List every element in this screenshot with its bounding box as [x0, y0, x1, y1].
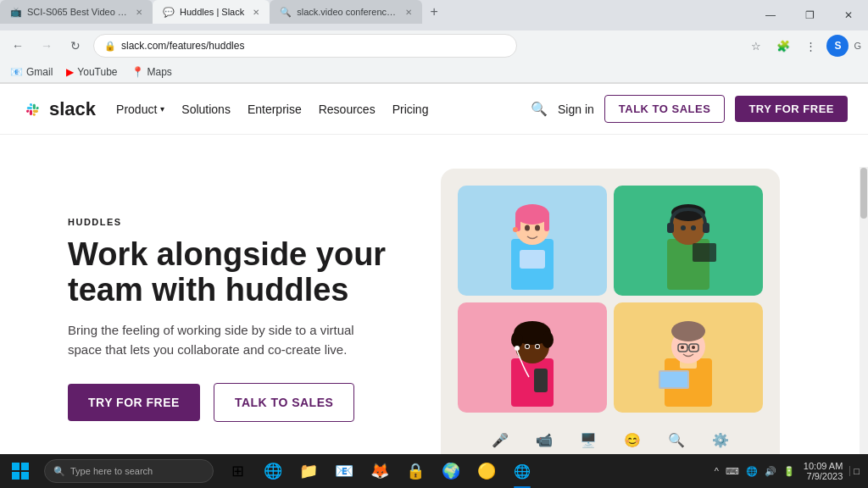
hero-try-free-button[interactable]: TRY FOR FREE: [68, 384, 200, 421]
taskbar: 🔍 Type here to search ⊞ 🌐 📁 📧 🦊 🔒 🌍 🟡 🌐 …: [0, 454, 868, 488]
hero-talk-to-sales-label: TALK TO SALES: [235, 396, 333, 409]
search-people-icon[interactable]: 🔍: [663, 426, 690, 453]
taskbar-browser-active[interactable]: 🌐: [505, 454, 539, 488]
svg-rect-41: [21, 463, 29, 470]
huddle-card: 🎤 📹 🖥️ 😊 🔍 ⚙️: [441, 169, 780, 470]
hero-talk-to-sales-button[interactable]: TALK TO SALES: [214, 383, 354, 422]
youtube-favicon: ▶: [66, 66, 74, 78]
huddle-person-4: [614, 302, 763, 413]
tab2-label: Huddles | Slack: [180, 7, 244, 17]
taskbar-mail[interactable]: 📧: [327, 454, 361, 488]
person3-illustration: [498, 309, 566, 407]
lock-icon: 🔒: [104, 41, 116, 52]
nav-product-label: Product: [116, 103, 157, 116]
tab-1[interactable]: 📺 SCI-S065 Best Video Conferenci... ✕: [0, 0, 153, 24]
keyboard-icon[interactable]: ⌨: [724, 466, 741, 477]
svg-rect-14: [703, 223, 709, 233]
tab3-close[interactable]: ✕: [405, 8, 412, 17]
huddle-controls: 🎤 📹 🖥️ 😊 🔍 ⚙️: [458, 426, 763, 453]
taskbar-app8[interactable]: 🟡: [470, 454, 504, 488]
svg-point-26: [526, 345, 529, 348]
scrollbar-thumb[interactable]: [860, 168, 867, 219]
huddle-person-3: [458, 302, 607, 413]
back-button[interactable]: ←: [7, 35, 29, 57]
battery-icon[interactable]: 🔋: [782, 466, 797, 477]
menu-icon[interactable]: ⋮: [799, 35, 821, 57]
video-icon[interactable]: 📹: [531, 426, 558, 453]
tab2-favicon: 💬: [163, 7, 175, 18]
bookmarks-bar: 📧 Gmail ▶ YouTube 📍 Maps: [0, 61, 868, 83]
bookmark-icon[interactable]: ☆: [745, 35, 767, 57]
chevron-up-icon[interactable]: ^: [713, 466, 721, 476]
slack-logo-text: slack: [49, 98, 96, 120]
hero-try-free-label: TRY FOR FREE: [88, 396, 180, 409]
nav-enterprise[interactable]: Enterprise: [248, 103, 302, 116]
screen-share-icon[interactable]: 🖥️: [575, 426, 602, 453]
bookmark-gmail[interactable]: 📧 Gmail: [10, 66, 53, 78]
gmail-favicon: 📧: [10, 66, 23, 78]
tab3-label: slack.video conferencing - Goog...: [297, 7, 397, 17]
taskbar-search[interactable]: 🔍 Type here to search: [44, 459, 214, 483]
search-button[interactable]: 🔍: [531, 101, 548, 117]
extension-icon[interactable]: 🧩: [772, 35, 794, 57]
nav-links: Product ▾ Solutions Enterprise Resources…: [116, 103, 531, 116]
taskbar-search-icon: 🔍: [53, 466, 65, 477]
svg-point-7: [525, 225, 530, 230]
forward-button[interactable]: →: [36, 35, 58, 57]
url-text: slack.com/features/huddles: [121, 40, 244, 52]
taskbar-firefox[interactable]: 🦊: [363, 454, 397, 488]
volume-icon[interactable]: 🔊: [763, 466, 778, 477]
tab2-close[interactable]: ✕: [253, 8, 259, 17]
nav-enterprise-label: Enterprise: [248, 103, 302, 116]
svg-rect-0: [20, 97, 44, 121]
svg-point-16: [691, 225, 696, 230]
tab1-favicon: 📺: [10, 7, 22, 18]
taskbar-explorer[interactable]: 📁: [292, 454, 326, 488]
network-icon[interactable]: 🌐: [744, 466, 760, 477]
try-for-free-label: TRY FOR FREE: [748, 103, 834, 115]
hero-title: Work alongside your team with huddles: [68, 237, 390, 308]
start-button[interactable]: [0, 454, 41, 488]
emoji-icon[interactable]: 😊: [619, 426, 646, 453]
tab-3[interactable]: 🔍 slack.video conferencing - Goog... ✕: [270, 0, 422, 24]
show-desktop-button[interactable]: □: [849, 466, 861, 476]
nav-resources[interactable]: Resources: [319, 103, 376, 116]
taskbar-edge[interactable]: 🌐: [256, 454, 290, 488]
person2-illustration: [654, 192, 722, 290]
hero-description: Bring the feeling of working side by sid…: [68, 321, 390, 359]
taskbar-task-view[interactable]: ⊞: [220, 454, 254, 488]
url-bar[interactable]: 🔒 slack.com/features/huddles: [93, 34, 517, 58]
nav-pricing[interactable]: Pricing: [392, 103, 429, 116]
taskbar-app6[interactable]: 🔒: [398, 454, 432, 488]
slack-logo[interactable]: slack: [20, 97, 96, 121]
tab-2[interactable]: 💬 Huddles | Slack ✕: [153, 0, 270, 24]
try-for-free-button[interactable]: TRY FOR FREE: [735, 96, 848, 122]
nav-product[interactable]: Product ▾: [116, 103, 164, 116]
person4-illustration: [654, 309, 722, 407]
mic-icon[interactable]: 🎤: [487, 426, 514, 453]
maximize-button[interactable]: ❐: [790, 0, 829, 30]
maps-favicon: 📍: [131, 66, 144, 78]
scrollbar[interactable]: [860, 167, 868, 488]
nav-solutions-label: Solutions: [181, 103, 231, 116]
talk-to-sales-button[interactable]: TALK TO SALES: [604, 95, 726, 123]
profile-button[interactable]: S: [826, 35, 849, 57]
settings-icon[interactable]: ⚙️: [707, 426, 734, 453]
nav-solutions[interactable]: Solutions: [181, 103, 231, 116]
clock: 10:09 AM 7/9/2023: [804, 461, 843, 481]
youtube-label: YouTube: [77, 66, 117, 78]
new-tab-button[interactable]: +: [422, 0, 446, 24]
svg-point-32: [671, 321, 705, 341]
bookmark-youtube[interactable]: ▶ YouTube: [66, 66, 117, 78]
gmail-label: Gmail: [26, 66, 53, 78]
svg-point-8: [535, 225, 540, 230]
svg-point-22: [542, 331, 554, 348]
taskbar-chrome[interactable]: 🌍: [434, 454, 468, 488]
close-button[interactable]: ✕: [829, 0, 868, 30]
minimize-button[interactable]: —: [751, 0, 790, 30]
signin-button[interactable]: Sign in: [558, 103, 594, 116]
address-bar: ← → ↻ 🔒 slack.com/features/huddles ☆ 🧩 ⋮…: [0, 30, 868, 61]
bookmark-maps[interactable]: 📍 Maps: [131, 66, 172, 78]
tab1-close[interactable]: ✕: [136, 8, 142, 17]
reload-button[interactable]: ↻: [64, 35, 86, 57]
